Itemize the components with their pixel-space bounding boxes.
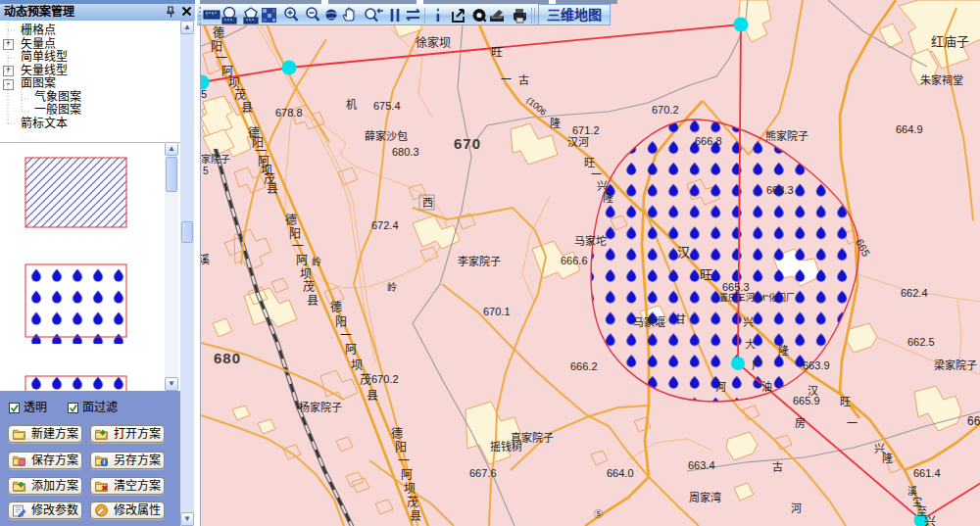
svg-text:⑤: ⑤: [594, 509, 603, 519]
svg-text:666.2: 666.2: [570, 360, 598, 372]
svg-text:李家院子: 李家院子: [458, 255, 501, 267]
svg-text:坝: 坝: [300, 267, 312, 281]
svg-text:家院子: 家院子: [201, 153, 230, 165]
svg-text:665.3: 665.3: [722, 281, 750, 293]
svg-text:熊家院子: 熊家院子: [765, 129, 808, 142]
svg-text:机: 机: [346, 98, 357, 111]
svg-text:古: 古: [518, 74, 529, 86]
svg-text:徐家坝: 徐家坝: [416, 35, 451, 50]
svg-text:672.4: 672.4: [371, 219, 399, 231]
svg-text:县: 县: [410, 509, 421, 523]
svg-text:茂: 茂: [360, 373, 371, 387]
svg-text:房: 房: [795, 417, 806, 429]
svg-text:一: 一: [398, 454, 410, 468]
svg-text:岭: 岭: [387, 281, 397, 293]
svg-text:阿: 阿: [401, 468, 413, 482]
svg-text:红庙子: 红庙子: [931, 34, 969, 49]
svg-text:溪: 溪: [907, 486, 917, 497]
svg-text:古: 古: [772, 461, 783, 473]
svg-text:668.3: 668.3: [766, 184, 794, 196]
svg-text:阳: 阳: [335, 315, 347, 329]
svg-text:隆: 隆: [882, 452, 893, 464]
svg-text:茂: 茂: [407, 496, 418, 509]
svg-text:朱家祠堂: 朱家祠堂: [920, 73, 963, 86]
svg-text:兴: 兴: [597, 180, 608, 192]
svg-text:阳: 阳: [289, 227, 301, 241]
svg-text:670.2: 670.2: [371, 373, 399, 385]
svg-text:周家湾: 周家湾: [689, 491, 721, 503]
svg-text:大: 大: [745, 338, 756, 350]
svg-text:661.4: 661.4: [913, 467, 941, 479]
svg-text:670.1: 670.1: [483, 306, 511, 317]
svg-text:坝: 坝: [351, 359, 363, 372]
svg-text:杨家院子: 杨家院子: [299, 401, 342, 413]
svg-text:河: 河: [715, 381, 726, 393]
svg-text:旺: 旺: [491, 46, 503, 60]
svg-text:茂: 茂: [303, 280, 315, 294]
svg-text:675.4: 675.4: [373, 100, 401, 112]
svg-text:马家堰: 马家堰: [633, 315, 665, 328]
svg-text:一: 一: [847, 417, 858, 429]
svg-text:一: 一: [292, 240, 304, 254]
svg-text:664.0: 664.0: [607, 467, 634, 479]
svg-text:隆: 隆: [778, 344, 789, 357]
svg-text:德: 德: [285, 213, 297, 227]
svg-text:671.2: 671.2: [572, 124, 600, 136]
svg-text:河: 河: [791, 502, 802, 514]
svg-text:厂: 厂: [752, 359, 762, 371]
svg-text:梁家院子: 梁家院子: [934, 359, 977, 371]
svg-text:678.8: 678.8: [275, 107, 303, 119]
svg-text:油: 油: [761, 380, 772, 393]
svg-text:马家坨: 马家坨: [574, 234, 607, 247]
svg-text:甘: 甘: [675, 313, 686, 325]
svg-text:茂: 茂: [234, 88, 246, 102]
svg-text:一: 一: [340, 329, 352, 343]
svg-text:664.9: 664.9: [896, 123, 923, 135]
svg-text:旺: 旺: [840, 396, 851, 407]
svg-text:坝: 坝: [404, 482, 416, 496]
svg-text:县: 县: [307, 294, 318, 308]
svg-text:薛家沙包: 薛家沙包: [365, 129, 408, 142]
svg-text:置庆三河"M"化门厂: 置庆三河"M"化门厂: [719, 292, 795, 303]
svg-text:岭: 岭: [312, 256, 321, 267]
svg-text:兴: 兴: [743, 316, 754, 328]
svg-text:一: 一: [501, 73, 512, 85]
svg-text:旺: 旺: [700, 267, 712, 282]
svg-text:5: 5: [201, 88, 207, 100]
svg-text:一: 一: [216, 52, 227, 66]
svg-text:i: i: [103, 458, 105, 465]
svg-text:溪: 溪: [201, 254, 210, 265]
svg-text:667.6: 667.6: [469, 467, 497, 479]
svg-text:县: 县: [367, 389, 378, 403]
svg-text:670: 670: [454, 135, 481, 152]
svg-text:隆: 隆: [603, 191, 613, 204]
svg-text:德: 德: [213, 25, 224, 40]
svg-text:666.8: 666.8: [695, 135, 722, 147]
svg-text:县: 县: [241, 101, 253, 115]
svg-text:旺: 旺: [584, 157, 595, 168]
svg-text:德: 德: [391, 426, 403, 441]
svg-text:汉河: 汉河: [567, 136, 589, 148]
svg-text:670.2: 670.2: [652, 104, 679, 116]
svg-text:663.4: 663.4: [688, 459, 715, 471]
svg-text:662.4: 662.4: [901, 287, 928, 299]
svg-text:5: 5: [203, 166, 209, 176]
svg-text:真家院子: 真家院子: [511, 431, 554, 444]
svg-text:一: 一: [591, 168, 602, 180]
svg-text:汉: 汉: [808, 385, 818, 397]
svg-text:西: 西: [422, 197, 433, 209]
svg-text:663.9: 663.9: [803, 359, 830, 371]
svg-text:县: 县: [267, 182, 278, 196]
svg-text:阿: 阿: [345, 343, 357, 357]
svg-text:666.6: 666.6: [561, 255, 588, 266]
svg-text:阳: 阳: [395, 441, 407, 454]
svg-text:662.5: 662.5: [907, 336, 935, 348]
svg-text:兴: 兴: [924, 515, 936, 526]
svg-text:汉: 汉: [677, 245, 690, 260]
svg-text:680.3: 680.3: [392, 146, 419, 158]
svg-text:德: 德: [330, 300, 342, 314]
svg-text:阿: 阿: [296, 254, 308, 267]
svg-text:664: 664: [967, 414, 980, 428]
svg-text:隆: 隆: [550, 117, 561, 129]
svg-text:680: 680: [214, 350, 241, 366]
